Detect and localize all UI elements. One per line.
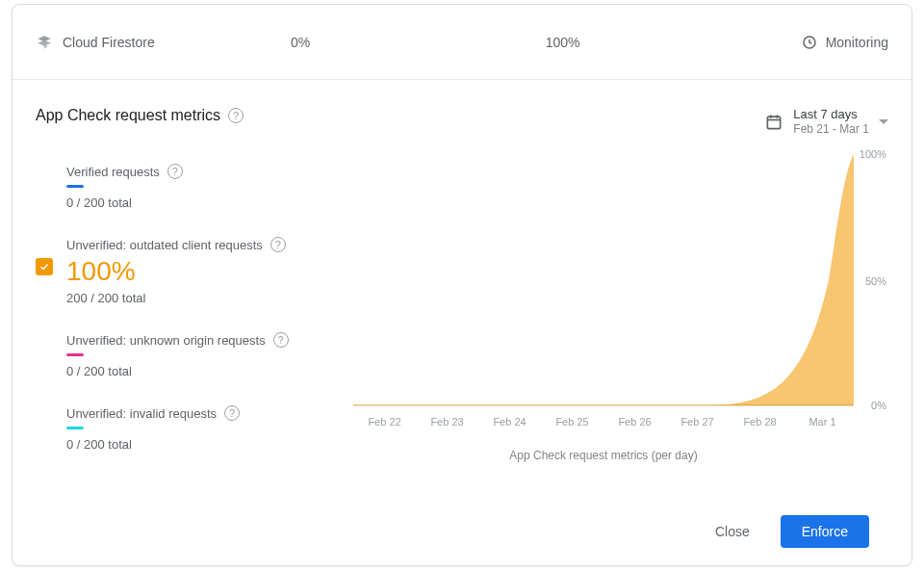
y-axis-label: 50% — [865, 275, 886, 287]
help-icon[interactable]: ? — [270, 237, 286, 252]
chart-baseline — [353, 404, 854, 405]
help-icon[interactable]: ? — [273, 332, 289, 348]
legend-label: Unverified: unknown origin requests — [66, 333, 266, 348]
legend-item-unknown[interactable]: Unverified: unknown origin requests ? 0 … — [36, 323, 336, 396]
legend-item-verified[interactable]: Verified requests ? 0 / 200 total — [36, 154, 336, 227]
help-icon[interactable]: ? — [224, 405, 240, 421]
svg-rect-1 — [768, 117, 781, 129]
x-axis-label: Feb 27 — [666, 416, 729, 428]
chevron-down-icon — [879, 119, 888, 124]
service-label: Cloud Firestore — [63, 35, 155, 50]
topbar: Cloud Firestore 0% 100% Monitoring — [13, 5, 911, 80]
x-axis: Feb 22 Feb 23 Feb 24 Feb 25 Feb 26 Feb 2… — [353, 416, 854, 428]
date-range-label: Last 7 days — [793, 107, 869, 122]
x-axis-label: Feb 22 — [353, 416, 416, 428]
color-swatch — [66, 427, 84, 429]
color-swatch — [66, 185, 84, 188]
x-axis-label: Feb 25 — [541, 416, 603, 428]
checkbox-checked-icon[interactable] — [36, 258, 53, 275]
chart-area — [353, 154, 854, 405]
chart-caption: App Check request metrics (per day) — [353, 449, 854, 462]
legend-subtext: 0 / 200 total — [66, 195, 336, 210]
clock-icon — [801, 34, 818, 51]
help-icon[interactable]: ? — [228, 108, 244, 123]
topbar-pct-b: 100% — [546, 35, 801, 50]
legend-percent: 100% — [66, 258, 336, 285]
enforce-button[interactable]: Enforce — [781, 515, 869, 548]
color-swatch — [66, 353, 84, 356]
topbar-pct-a: 0% — [291, 35, 546, 50]
legend-item-invalid[interactable]: Unverified: invalid requests ? 0 / 200 t… — [36, 396, 336, 469]
footer: Close Enforce — [36, 502, 888, 565]
date-range-picker[interactable]: Last 7 days Feb 21 - Mar 1 — [764, 107, 888, 137]
status-label: Monitoring — [826, 35, 888, 50]
close-button[interactable]: Close — [694, 515, 771, 548]
legend-item-outdated[interactable]: Unverified: outdated client requests ? 1… — [36, 227, 336, 323]
legend-subtext: 200 / 200 total — [66, 291, 336, 305]
legend-subtext: 0 / 200 total — [66, 437, 336, 452]
x-axis-label: Feb 24 — [478, 416, 541, 428]
chart: 100% 50% 0% Feb 22 Feb 23 Feb 24 Feb 25 — [353, 154, 854, 424]
x-axis-label: Feb 23 — [416, 416, 478, 428]
x-axis-label: Feb 28 — [729, 416, 791, 428]
y-axis-label: 100% — [860, 148, 886, 160]
page-title: App Check request metrics — [36, 107, 220, 124]
legend-label: Verified requests — [66, 165, 160, 179]
topbar-status: Monitoring — [801, 34, 888, 51]
firestore-icon — [36, 34, 53, 51]
date-range-value: Feb 21 - Mar 1 — [793, 122, 869, 137]
calendar-icon — [764, 113, 783, 132]
x-axis-label: Mar 1 — [791, 416, 854, 428]
chart-plot: 100% 50% 0% — [353, 154, 854, 406]
legend-subtext: 0 / 200 total — [66, 364, 336, 378]
help-icon[interactable]: ? — [167, 164, 183, 179]
x-axis-label: Feb 26 — [603, 416, 666, 428]
legend: Verified requests ? 0 / 200 total Unveri… — [36, 154, 344, 502]
y-axis-label: 0% — [871, 400, 886, 411]
legend-label: Unverified: outdated client requests — [66, 238, 263, 252]
app-check-card: Cloud Firestore 0% 100% Monitoring App C… — [12, 4, 912, 566]
legend-label: Unverified: invalid requests — [66, 406, 217, 421]
